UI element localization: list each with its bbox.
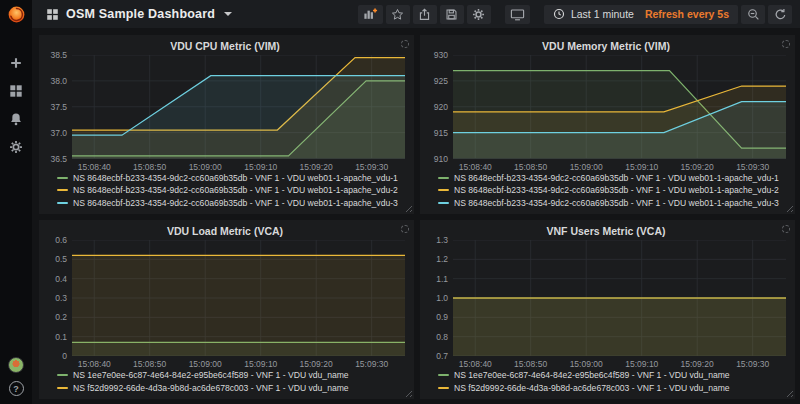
x-axis-tick-label: 15:09:10 — [244, 359, 277, 369]
chart-plot-area[interactable]: 15:08:4015:08:5015:09:0015:09:1015:09:20… — [453, 55, 786, 159]
panel-loading-spinner-icon — [401, 40, 409, 48]
y-axis-tick-label: 1.1 — [436, 274, 448, 284]
panel-resize-handle[interactable] — [405, 205, 412, 212]
x-axis-tick-label: 15:09:20 — [681, 162, 714, 172]
clock-icon — [553, 8, 565, 20]
chart-plot-area[interactable]: 15:08:4015:08:5015:09:0015:09:1015:09:20… — [72, 55, 405, 159]
y-axis-tick-label: 1.2 — [436, 254, 448, 264]
y-axis-tick-label: 0.9 — [436, 312, 448, 322]
panel-title[interactable]: VDU Memory Metric (VIM) — [426, 38, 786, 55]
add-panel-button[interactable] — [358, 5, 383, 24]
panel-vdu-load-metric: VDU Load Metric (VCA) 0.60.50.40.30.20.1… — [39, 220, 414, 399]
dashboard-title-dropdown[interactable]: OSM Sample Dashboard — [46, 7, 232, 21]
zoom-out-button[interactable] — [741, 5, 765, 24]
series-color-dash-icon — [57, 202, 68, 204]
series-color-dash-icon — [438, 189, 449, 191]
time-range-label: Last 1 minute — [571, 8, 634, 20]
x-axis-tick-label: 15:09:00 — [189, 162, 222, 172]
series-color-dash-icon — [438, 177, 449, 179]
panel-loading-spinner-icon — [401, 225, 409, 233]
series-name: NS 8648ecbf-b233-4354-9dc2-cc60a69b35db … — [454, 185, 779, 195]
series-name: NS 8648ecbf-b233-4354-9dc2-cc60a69b35db … — [73, 185, 398, 195]
y-axis-tick-label: 38.5 — [50, 50, 67, 60]
legend-item[interactable]: NS 1ee7e0ee-6c87-4e64-84e2-e95be6c4f589 … — [438, 369, 786, 382]
panel-title[interactable]: VDU CPU Metric (VIM) — [45, 38, 405, 55]
series-name: NS 1ee7e0ee-6c87-4e64-84e2-e95be6c4f589 … — [454, 370, 730, 380]
y-axis-tick-label: 0.1 — [55, 332, 67, 342]
legend-item[interactable]: NS 8648ecbf-b233-4354-9dc2-cc60a69b35db … — [438, 172, 786, 185]
y-axis-tick-label: 0.8 — [436, 332, 448, 342]
y-axis-tick-label: 1.0 — [436, 293, 448, 303]
dashboards-grid-icon[interactable] — [4, 82, 28, 100]
x-axis-tick-label: 15:09:20 — [300, 162, 333, 172]
x-axis: 15:08:4015:08:5015:09:0015:09:1015:09:20… — [72, 159, 405, 172]
legend-item[interactable]: NS 8648ecbf-b233-4354-9dc2-cc60a69b35db … — [438, 197, 786, 210]
series-name: NS 8648ecbf-b233-4354-9dc2-cc60a69b35db … — [454, 173, 779, 183]
chart-legend: NS 1ee7e0ee-6c87-4e64-84e2-e95be6c4f589 … — [426, 369, 786, 396]
dashboard-grid: VDU CPU Metric (VIM) 38.538.037.537.036.… — [32, 28, 800, 404]
add-icon[interactable] — [4, 54, 28, 72]
panel-loading-spinner-icon — [782, 40, 790, 48]
panel-title[interactable]: VNF Users Metric (VCA) — [426, 223, 786, 240]
y-axis-tick-label: 0.6 — [55, 235, 67, 245]
x-axis-tick-label: 15:09:30 — [736, 162, 769, 172]
x-axis-tick-label: 15:08:40 — [78, 162, 111, 172]
legend-item[interactable]: NS 8648ecbf-b233-4354-9dc2-cc60a69b35db … — [57, 197, 405, 210]
legend-item[interactable]: NS 1ee7e0ee-6c87-4e64-84e2-e95be6c4f589 … — [57, 369, 405, 382]
legend-item[interactable]: NS 8648ecbf-b233-4354-9dc2-cc60a69b35db … — [57, 184, 405, 197]
panel-resize-handle[interactable] — [405, 390, 412, 397]
share-button[interactable] — [413, 5, 437, 24]
x-axis-tick-label: 15:09:30 — [355, 162, 388, 172]
legend-item[interactable]: NS f52d9992-66de-4d3a-9b8d-ac6de678c003 … — [57, 382, 405, 395]
y-axis-tick-label: 1.3 — [436, 235, 448, 245]
help-icon[interactable]: ? — [9, 381, 24, 396]
cycle-view-tv-button[interactable] — [505, 5, 530, 24]
legend-item[interactable]: NS 8648ecbf-b233-4354-9dc2-cc60a69b35db … — [57, 172, 405, 185]
caret-down-icon — [224, 12, 232, 16]
y-axis: 0.60.50.40.30.20.10 — [45, 240, 72, 356]
panel-resize-handle[interactable] — [786, 205, 793, 212]
chart-legend: NS 8648ecbf-b233-4354-9dc2-cc60a69b35db … — [45, 172, 405, 212]
series-color-dash-icon — [57, 387, 68, 389]
series-name: NS 8648ecbf-b233-4354-9dc2-cc60a69b35db … — [73, 173, 398, 183]
panel-vnf-users-metric: VNF Users Metric (VCA) 1.31.21.11.00.90.… — [420, 220, 795, 399]
x-axis-tick-label: 15:08:40 — [78, 359, 111, 369]
series-color-dash-icon — [57, 189, 68, 191]
y-axis-tick-label: 0 — [62, 351, 67, 361]
x-axis: 15:08:4015:08:5015:09:0015:09:1015:09:20… — [72, 356, 405, 369]
y-axis-tick-label: 37.5 — [50, 102, 67, 112]
star-button[interactable] — [386, 5, 410, 24]
chart-legend: NS 8648ecbf-b233-4354-9dc2-cc60a69b35db … — [426, 172, 786, 212]
save-button[interactable] — [440, 5, 464, 24]
chart-plot-area[interactable]: 15:08:4015:08:5015:09:0015:09:1015:09:20… — [453, 240, 786, 356]
panel-title[interactable]: VDU Load Metric (VCA) — [45, 223, 405, 240]
x-axis-tick-label: 15:09:10 — [244, 162, 277, 172]
bell-icon[interactable] — [4, 110, 28, 128]
series-name: NS f52d9992-66de-4d3a-9b8d-ac6de678c003 … — [73, 383, 349, 393]
series-color-dash-icon — [57, 374, 68, 376]
x-axis-tick-label: 15:09:00 — [570, 162, 603, 172]
grafana-logo-icon[interactable] — [0, 0, 32, 28]
sidebar: ? — [0, 0, 32, 404]
series-color-dash-icon — [57, 177, 68, 179]
time-picker-button[interactable]: Last 1 minute Refresh every 5s — [544, 5, 738, 24]
y-axis: 38.538.037.537.036.5 — [45, 55, 72, 159]
panel-loading-spinner-icon — [782, 225, 790, 233]
series-name: NS 8648ecbf-b233-4354-9dc2-cc60a69b35db … — [454, 198, 779, 208]
dashboard-grid-icon — [46, 8, 59, 21]
series-color-dash-icon — [438, 202, 449, 204]
panel-vdu-memory-metric: VDU Memory Metric (VIM) 930925920915910 … — [420, 35, 795, 214]
legend-item[interactable]: NS f52d9992-66de-4d3a-9b8d-ac6de678c003 … — [438, 382, 786, 395]
legend-item[interactable]: NS 8648ecbf-b233-4354-9dc2-cc60a69b35db … — [438, 184, 786, 197]
chart-plot-area[interactable]: 15:08:4015:08:5015:09:0015:09:1015:09:20… — [72, 240, 405, 356]
series-name: NS f52d9992-66de-4d3a-9b8d-ac6de678c003 … — [454, 383, 730, 393]
x-axis: 15:08:4015:08:5015:09:0015:09:1015:09:20… — [453, 159, 786, 172]
user-avatar[interactable] — [8, 357, 24, 373]
y-axis-tick-label: 930 — [434, 50, 448, 60]
refresh-button[interactable] — [768, 5, 792, 24]
x-axis-tick-label: 15:09:00 — [189, 359, 222, 369]
settings-gear-button[interactable] — [467, 5, 491, 24]
gear-icon[interactable] — [4, 138, 28, 156]
panel-resize-handle[interactable] — [786, 390, 793, 397]
y-axis-tick-label: 38.0 — [50, 76, 67, 86]
